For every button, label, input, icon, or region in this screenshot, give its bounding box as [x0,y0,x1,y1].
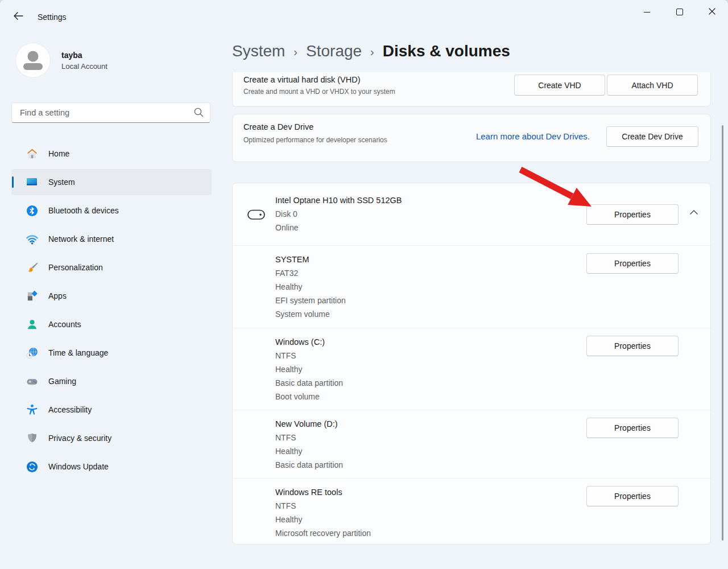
sidebar-item-privacy-security[interactable]: Privacy & security [11,425,212,451]
dev-drive-title: Create a Dev Drive [243,122,313,131]
volume-filesystem: FAT32 [275,266,574,280]
sidebar-item-apps[interactable]: Apps [11,283,212,309]
maximize-button[interactable] [663,0,696,24]
sidebar-item-label: System [48,178,75,187]
dev-drive-card: Create a Dev Drive Optimized performance… [232,114,711,162]
volume-role: System volume [275,307,574,321]
breadcrumb-system[interactable]: System [232,42,285,60]
back-button[interactable] [8,7,28,26]
sidebar-item-system[interactable]: System [11,169,212,195]
disk-properties-button[interactable]: Properties [586,204,679,225]
volume-row-new-volume-d: New Volume (D:) NTFS Healthy Basic data … [233,410,710,478]
volume-row-windows-re-tools: Windows RE tools NTFS Healthy Microsoft … [233,478,710,545]
volume-properties-button[interactable]: Properties [586,486,679,506]
sidebar-item-label: Gaming [48,377,76,386]
volume-health: Healthy [275,280,574,294]
volume-row-windows-c: Windows (C:) NTFS Healthy Basic data par… [233,328,710,410]
sidebar: tayba Local Account Home [0,32,222,569]
bluetooth-icon [25,204,39,217]
avatar [16,43,50,77]
volume-name: Windows (C:) [275,335,574,349]
sidebar-item-accounts[interactable]: Accounts [11,311,212,337]
vhd-card: Create a virtual hard disk (VHD) Create … [232,72,711,107]
create-vhd-button[interactable]: Create VHD [514,75,605,96]
disk-status: Online [275,221,574,234]
window-title: Settings [38,13,67,22]
sidebar-item-label: Privacy & security [48,434,111,443]
sidebar-item-label: Apps [48,291,67,300]
volume-filesystem: NTFS [275,431,574,444]
personalization-icon [25,261,39,274]
minimize-button[interactable] [631,0,663,24]
sidebar-item-gaming[interactable]: Gaming [11,368,212,394]
network-icon [25,232,39,246]
volume-row-system: SYSTEM FAT32 Healthy EFI system partitio… [233,245,710,328]
disk-row: Intel Optane H10 with SSD 512GB Disk 0 O… [233,183,710,245]
volume-health: Healthy [275,513,574,526]
vhd-card-subtitle: Create and mount a VHD or VHDX to your s… [243,88,395,96]
close-button[interactable] [696,0,728,24]
chevron-up-icon[interactable] [689,207,699,217]
window-controls [631,0,728,24]
volume-name: Windows RE tools [275,485,574,499]
breadcrumb-chevron-icon: › [293,46,297,59]
vertical-scrollbar[interactable] [722,125,723,541]
sidebar-item-windows-update[interactable]: Windows Update [11,453,212,480]
volume-properties-button[interactable]: Properties [586,336,679,356]
dev-drive-learn-more-link[interactable]: Learn more about Dev Drives. [476,131,590,141]
volume-role: Boot volume [275,390,574,403]
breadcrumb-chevron-icon: › [370,46,374,59]
breadcrumb: System › Storage › Disks & volumes [232,42,510,60]
sidebar-item-personalization[interactable]: Personalization [11,254,212,281]
volume-partition-type: Basic data partition [275,376,574,390]
sidebar-item-label: Time & language [48,348,108,357]
content-scroll-region: Create a virtual hard disk (VHD) Create … [222,72,728,569]
user-account-type: Local Account [61,62,107,71]
windows-update-icon [25,460,39,473]
volume-partition-type: Basic data partition [275,458,574,472]
volume-properties-button[interactable]: Properties [586,418,679,438]
volume-filesystem: NTFS [275,349,574,362]
sidebar-nav: Home System Bluetooth & devices [0,141,222,482]
dev-drive-subtitle: Optimized performance for developer scen… [243,136,387,144]
home-icon [25,147,39,160]
volume-partition-type: Microsoft recovery partition [275,526,574,540]
sidebar-item-time-language[interactable]: Time & language [11,340,212,366]
sidebar-item-label: Network & internet [48,234,114,244]
search-icon [193,107,204,120]
system-icon [25,175,39,189]
maximize-icon [676,9,683,15]
apps-icon [25,289,39,303]
search-input[interactable] [19,103,186,122]
sidebar-item-label: Home [48,149,69,158]
settings-window: Settings tayba Local Account [0,0,728,569]
time-language-icon [25,346,39,360]
sidebar-item-label: Accounts [48,320,81,329]
breadcrumb-storage[interactable]: Storage [306,42,362,60]
attach-vhd-button[interactable]: Attach VHD [607,75,698,96]
titlebar: Settings [0,0,728,32]
selection-indicator [12,176,14,188]
search-box [11,102,210,123]
back-arrow-icon [13,12,23,22]
volume-filesystem: NTFS [275,499,574,513]
sidebar-item-label: Accessibility [48,405,92,414]
sidebar-item-home[interactable]: Home [11,141,212,167]
volume-properties-button[interactable]: Properties [586,253,679,274]
create-dev-drive-button[interactable]: Create Dev Drive [606,126,698,147]
sidebar-item-network-internet[interactable]: Network & internet [11,226,212,252]
disk-name: Intel Optane H10 with SSD 512GB [275,193,574,207]
sidebar-item-accessibility[interactable]: Accessibility [11,397,212,423]
accounts-icon [25,318,39,331]
sidebar-item-label: Personalization [48,263,103,272]
sidebar-item-bluetooth-devices[interactable]: Bluetooth & devices [11,197,212,224]
disk-group-card: Intel Optane H10 with SSD 512GB Disk 0 O… [232,183,711,545]
privacy-security-icon [25,431,39,445]
volume-health: Healthy [275,362,574,376]
user-profile[interactable]: tayba Local Account [16,43,107,77]
sidebar-item-label: Windows Update [48,462,109,471]
volume-name: New Volume (D:) [275,417,574,431]
volume-health: Healthy [275,444,574,458]
page-title: Disks & volumes [383,42,510,60]
volume-name: SYSTEM [275,253,574,266]
